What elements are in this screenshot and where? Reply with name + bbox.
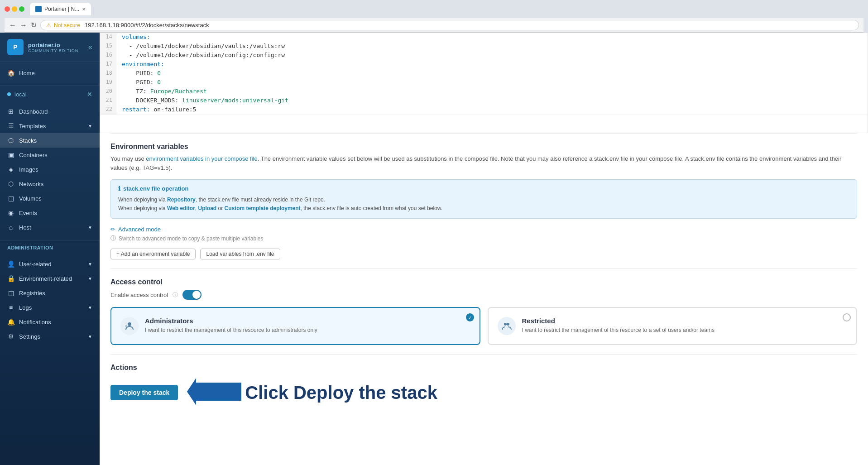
- close-btn[interactable]: [5, 6, 10, 12]
- refresh-button[interactable]: ↻: [31, 21, 37, 29]
- line-content-15: - /volume1/docker/obsidian/vaults:/vault…: [116, 42, 290, 51]
- line-num-18: 18: [100, 69, 116, 78]
- sidebar-item-logs[interactable]: ≡ Logs ▼: [0, 300, 100, 315]
- settings-icon: ⚙: [7, 333, 14, 340]
- code-line-15: 15 - /volume1/docker/obsidian/vaults:/va…: [100, 42, 868, 51]
- restricted-card-info: Restricted I want to restrict the manage…: [522, 317, 848, 334]
- sidebar-item-registries-label: Registries: [19, 290, 45, 297]
- sidebar-admin-section: 👤 User-related ▼ 🔒 Environment-related ▼…: [0, 253, 100, 347]
- sidebar-item-dashboard[interactable]: ⊞ Dashboard: [0, 104, 100, 119]
- administrators-card[interactable]: Administrators I want to restrict the ma…: [110, 307, 480, 345]
- sidebar-item-templates-label: Templates: [19, 123, 46, 129]
- env-variables-section: Environment variables You may use enviro…: [100, 134, 868, 268]
- load-vars-btn[interactable]: Load variables from .env file: [200, 249, 280, 259]
- line-num-22: 22: [100, 105, 116, 115]
- sidebar-item-environment-related-label: Environment-related: [19, 275, 72, 282]
- user-related-icon: 👤: [7, 260, 14, 268]
- settings-chevron: ▼: [88, 334, 92, 339]
- tab-title: Portainer | N...: [44, 6, 79, 12]
- restricted-card-icon: [498, 317, 516, 335]
- sidebar-divider-2: [0, 240, 100, 240]
- security-icon: ⚠: [46, 22, 51, 29]
- advanced-mode-desc-text: Switch to advanced mode to copy & paste …: [119, 235, 264, 242]
- enable-access-label: Enable access control: [110, 292, 168, 298]
- repository-link[interactable]: Repository: [167, 197, 196, 203]
- sidebar-item-volumes-label: Volumes: [19, 195, 42, 202]
- back-button[interactable]: ←: [9, 21, 16, 29]
- sidebar-item-images[interactable]: ◈ Images: [0, 162, 100, 177]
- sidebar-item-containers-label: Containers: [19, 152, 48, 158]
- help-icon: ⓘ: [173, 291, 178, 299]
- images-icon: ◈: [7, 166, 14, 173]
- volumes-icon: ◫: [7, 195, 14, 202]
- arrow-wrapper: [187, 378, 241, 407]
- code-line-19: 19 PGID: 0: [100, 78, 868, 87]
- favicon: [35, 6, 42, 12]
- arrow-svg: [187, 378, 241, 405]
- sidebar-item-notifications[interactable]: 🔔 Notifications: [0, 315, 100, 329]
- env-link[interactable]: environment variables in your compose fi…: [146, 155, 257, 162]
- custom-template-link[interactable]: Custom template deployment: [225, 205, 301, 211]
- env-status-dot: [7, 92, 11, 96]
- sidebar-item-volumes[interactable]: ◫ Volumes: [0, 191, 100, 206]
- code-line-16: 16 - /volume1/docker/obsidian/config:/co…: [100, 51, 868, 60]
- sidebar-item-host[interactable]: ⌂ Host ▼: [0, 220, 100, 235]
- web-editor-link[interactable]: Web editor: [167, 205, 195, 211]
- edit-icon: ✏: [110, 226, 115, 233]
- env-close-btn[interactable]: ✕: [87, 91, 92, 98]
- upload-link[interactable]: Upload: [198, 205, 217, 211]
- svg-marker-4: [187, 378, 241, 405]
- line-content-22: restart: on-failure:5: [116, 105, 201, 115]
- info-circle-icon: ⓘ: [110, 235, 116, 242]
- browser-tab[interactable]: Portainer | N... ✕: [30, 3, 91, 15]
- sidebar-item-events-label: Events: [19, 210, 37, 216]
- svg-point-3: [507, 323, 509, 326]
- env-section-desc: You may use environment variables in you…: [110, 154, 857, 172]
- sidebar-item-templates[interactable]: ☰ Templates ▼: [0, 119, 100, 133]
- code-editor[interactable]: 14 volumes: 15 - /volume1/docker/obsidia…: [100, 33, 868, 133]
- browser-chrome: Portainer | N... ✕ ← → ↻ ⚠ Not secure 19…: [0, 0, 868, 33]
- code-line-17: 17 environment:: [100, 60, 868, 69]
- actions-title: Actions: [110, 364, 857, 372]
- line-content-20: TZ: Europe/Bucharest: [116, 87, 212, 96]
- line-num-20: 20: [100, 87, 116, 96]
- add-env-var-btn[interactable]: + Add an environment variable: [110, 249, 196, 259]
- line-num-14: 14: [100, 33, 116, 42]
- sidebar-env-header: local ✕: [0, 88, 100, 101]
- forward-button[interactable]: →: [20, 21, 27, 29]
- enable-access-control-row: Enable access control ⓘ: [110, 290, 857, 300]
- sidebar-item-user-related[interactable]: 👤 User-related ▼: [0, 257, 100, 271]
- window-controls[interactable]: [5, 6, 24, 12]
- line-content-14: volumes:: [116, 33, 156, 42]
- line-num-15: 15: [100, 42, 116, 51]
- restricted-card[interactable]: Restricted I want to restrict the manage…: [488, 307, 858, 345]
- sidebar-item-networks[interactable]: ⬡ Networks: [0, 177, 100, 191]
- deploy-stack-btn[interactable]: Deploy the stack: [110, 385, 178, 400]
- sidebar-item-notifications-label: Notifications: [19, 319, 51, 326]
- arrow-annotation: Click Deploy the stack: [187, 378, 437, 407]
- tab-bar: Portainer | N... ✕: [30, 3, 91, 15]
- maximize-btn[interactable]: [19, 6, 24, 12]
- minimize-btn[interactable]: [12, 6, 17, 12]
- access-control-toggle[interactable]: [182, 290, 201, 300]
- sidebar-item-stacks-label: Stacks: [19, 137, 37, 144]
- admin-section-label: Administration: [0, 242, 100, 253]
- stacks-icon: ⬡: [7, 137, 14, 144]
- tab-close-btn[interactable]: ✕: [82, 7, 86, 12]
- sidebar-item-stacks[interactable]: ⬡ Stacks: [0, 133, 100, 148]
- address-bar[interactable]: ⚠ Not secure 192.168.1.18:9000/#!/2/dock…: [40, 20, 859, 30]
- sidebar-item-registries[interactable]: ◫ Registries: [0, 286, 100, 300]
- sidebar-item-events[interactable]: ◉ Events: [0, 206, 100, 220]
- notifications-icon: 🔔: [7, 318, 14, 326]
- code-line-22: 22 restart: on-failure:5: [100, 105, 868, 115]
- sidebar-item-home[interactable]: 🏠 Home: [0, 66, 100, 80]
- sidebar-item-settings-label: Settings: [19, 333, 40, 340]
- sidebar-item-containers[interactable]: ▣ Containers: [0, 148, 100, 162]
- sidebar-item-settings[interactable]: ⚙ Settings ▼: [0, 329, 100, 344]
- events-icon: ◉: [7, 209, 14, 216]
- environment-related-icon: 🔒: [7, 275, 14, 282]
- line-content-18: PUID: 0: [116, 69, 166, 78]
- sidebar-collapse-btn[interactable]: «: [88, 43, 92, 51]
- sidebar-item-environment-related[interactable]: 🔒 Environment-related ▼: [0, 271, 100, 286]
- advanced-mode-toggle[interactable]: ✏ Advanced mode: [110, 226, 857, 233]
